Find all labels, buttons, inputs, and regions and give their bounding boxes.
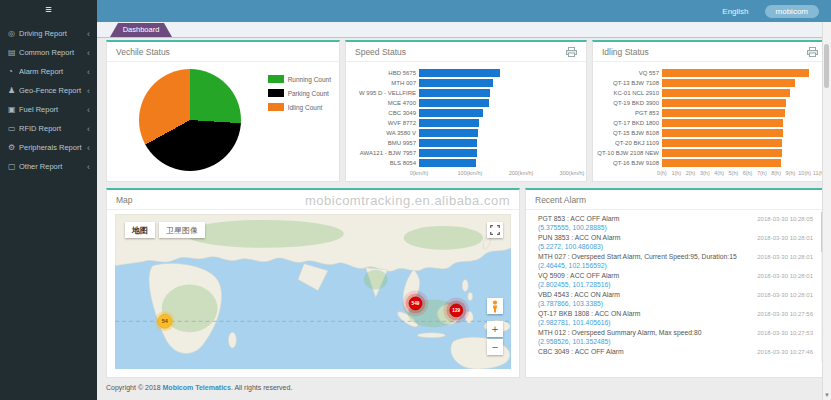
legend-swatch xyxy=(268,75,284,83)
bar-row: AWA121 - BJW 7957 xyxy=(346,148,586,158)
street-view-pegman-icon[interactable] xyxy=(487,298,503,314)
bar-category-label: CBC 3049 xyxy=(346,110,419,116)
map-cluster-marker-red[interactable]: 129 xyxy=(443,297,469,323)
sidebar-item[interactable]: ▢ Other Report ‹ xyxy=(0,157,97,176)
bar-row: KC-01 NCL 2910 xyxy=(593,88,827,98)
sidebar-item[interactable]: ▣ Fuel Report ‹ xyxy=(0,100,97,119)
alarm-text: QT-17 BKB 1808 : ACC ON Alarm xyxy=(538,310,640,317)
sidebar-item-label: Peripherals Report xyxy=(19,143,87,152)
bar-track xyxy=(419,159,572,167)
alarm-timestamp: 2018-03-30 10:27:53 xyxy=(757,330,813,336)
sidebar: ≡ ◎ Driving Report ‹ ▤ Common Report ‹ ◔… xyxy=(0,0,97,400)
idling-status-panel: Idling Status VQ 557 QT-13 BJW 7108 xyxy=(592,40,828,182)
chevron-left-icon: ‹ xyxy=(87,48,90,58)
sidebar-item[interactable]: ◔ Alarm Report ‹ xyxy=(0,62,97,81)
speed-status-panel: Speed Status HBD 5675 MTH 007 xyxy=(345,40,587,182)
idling-bar xyxy=(662,79,795,87)
alarm-item: QT-17 BKB 1808 : ACC ON Alarm 2018-03-30… xyxy=(538,310,813,326)
legend-item[interactable]: Running Count xyxy=(268,75,331,83)
satellite-view-button[interactable]: 卫星图像 xyxy=(159,222,205,238)
tab-dashboard[interactable]: Dashboard xyxy=(110,23,172,37)
chevron-left-icon: ‹ xyxy=(87,29,90,39)
zoom-out-button[interactable]: − xyxy=(487,339,503,355)
menu-toggle-button[interactable]: ≡ xyxy=(0,0,97,18)
company-link[interactable]: Mobicom Telematics xyxy=(163,384,231,391)
sidebar-item-label: Alarm Report xyxy=(19,67,87,76)
alarm-item: PGT 853 : ACC OFF Alarm 2018-03-30 10:28… xyxy=(538,215,813,231)
alarm-coordinates-link[interactable]: (5.2272, 100.486083) xyxy=(538,243,813,250)
page-scrollbar[interactable]: ▼ xyxy=(822,22,831,400)
alarm-coordinates-link[interactable]: (2.802455, 101.728516) xyxy=(538,281,813,288)
bar-row: PGT 853 xyxy=(593,108,827,118)
svg-text:549: 549 xyxy=(412,301,420,306)
axis-tick-label: 3(h) xyxy=(700,170,710,176)
fullscreen-icon[interactable] xyxy=(487,222,503,238)
language-selector[interactable]: English xyxy=(722,7,748,16)
alarm-text: PUN 3853 : ACC ON Alarm xyxy=(538,234,620,241)
idling-bar xyxy=(662,89,790,97)
bar-row: WA 3580 V xyxy=(346,128,586,138)
speed-bar xyxy=(419,109,483,117)
zoom-in-button[interactable]: + xyxy=(487,321,503,337)
alarm-text: PGT 853 : ACC OFF Alarm xyxy=(538,215,619,222)
legend-item[interactable]: Parking Count xyxy=(268,89,331,97)
copyright-prefix: Copyright © 2018 xyxy=(106,384,163,391)
svg-text:54: 54 xyxy=(162,318,168,324)
bar-track xyxy=(419,129,572,137)
axis-tick-label: 9(h) xyxy=(786,170,796,176)
sidebar-item[interactable]: ▭ RFID Report ‹ xyxy=(0,119,97,138)
map-cluster-marker-yellow[interactable]: 54 xyxy=(155,311,175,331)
alarm-coordinates-link[interactable]: (2.958526, 101.352485) xyxy=(538,338,813,345)
idling-bar xyxy=(662,119,783,127)
alarm-item: MTH 012 : Overspeed Summary Alarm, Max s… xyxy=(538,329,813,345)
sidebar-item[interactable]: ⚙ Peripherals Report ‹ xyxy=(0,138,97,157)
alarm-coordinates-link[interactable]: (5.375555, 100.28885) xyxy=(538,224,813,231)
alarm-coordinates-link[interactable]: (2.982781, 101.405616) xyxy=(538,319,813,326)
sidebar-item[interactable]: ♟ Geo-Fence Report ‹ xyxy=(0,81,97,100)
idling-bar xyxy=(662,99,786,107)
bar-category-label: WVF 8772 xyxy=(346,120,419,126)
bar-track xyxy=(419,119,572,127)
alarm-item: PUN 3853 : ACC ON Alarm 2018-03-30 10:28… xyxy=(538,234,813,250)
report-icon: ▣ xyxy=(8,105,19,114)
bar-category-label: MTH 007 xyxy=(346,80,419,86)
sidebar-item[interactable]: ◎ Driving Report ‹ xyxy=(0,24,97,43)
bar-category-label: QT-16 BJW 9108 xyxy=(593,160,662,166)
axis-tick-label: 7(h) xyxy=(757,170,767,176)
bar-track xyxy=(419,89,572,97)
bar-category-label: BMU 9957 xyxy=(346,140,419,146)
map-cluster-marker-red[interactable]: 549 xyxy=(403,291,429,317)
alarm-text: VQ 5909 : ACC OFF Alarm xyxy=(538,272,619,279)
idling-bar xyxy=(662,139,782,147)
alarm-timestamp: 2018-03-30 10:27:56 xyxy=(757,311,813,317)
bar-row: BLS 8054 xyxy=(346,158,586,168)
chevron-left-icon: ‹ xyxy=(87,105,90,115)
map-type-button[interactable]: 地图 xyxy=(125,222,155,238)
map-canvas[interactable]: 54 549 129 地图 卫星图像 xyxy=(115,214,511,369)
vehicle-status-pie-chart[interactable] xyxy=(139,69,241,171)
bar-row: QT-16 BJW 9108 xyxy=(593,158,827,168)
sidebar-item[interactable]: ▤ Common Report ‹ xyxy=(0,43,97,62)
bar-track xyxy=(419,109,572,117)
speed-bar xyxy=(419,159,476,167)
print-icon[interactable] xyxy=(807,47,818,57)
vehicle-status-panel: Vechile Status Running Count Parking Cou… xyxy=(106,40,340,182)
scrollbar-thumb[interactable] xyxy=(824,44,829,88)
print-icon[interactable] xyxy=(566,47,577,57)
sidebar-menu: ◎ Driving Report ‹ ▤ Common Report ‹ ◔ A… xyxy=(0,24,97,176)
sidebar-item-label: Geo-Fence Report xyxy=(19,86,87,95)
alarm-coordinates-link[interactable]: (3.787866, 103.3385) xyxy=(538,300,813,307)
map-panel: Map mobicomtracking.en.alibaba.com xyxy=(106,188,520,378)
legend-label: Parking Count xyxy=(288,90,329,97)
axis-tick-label: 100(km/h) xyxy=(458,170,483,176)
alarm-timestamp: 2018-03-30 10:28:01 xyxy=(757,273,813,279)
axis-tick-label: 1(h) xyxy=(671,170,681,176)
idling-bar xyxy=(662,109,785,117)
alarm-timestamp: 2018-03-30 10:28:01 xyxy=(757,292,813,298)
alarm-coordinates-link[interactable]: (2.46445, 102.156592) xyxy=(538,262,813,269)
account-button[interactable]: mobicom xyxy=(765,5,819,18)
scroll-down-arrow-icon[interactable]: ▼ xyxy=(823,392,831,398)
bar-track xyxy=(662,159,819,167)
footer-copyright: Copyright © 2018 Mobicom Telematics. All… xyxy=(106,384,292,391)
legend-item[interactable]: Idling Count xyxy=(268,103,331,111)
